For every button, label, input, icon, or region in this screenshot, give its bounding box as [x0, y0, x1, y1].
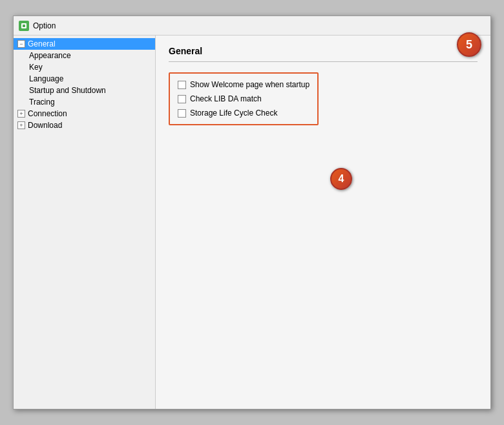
badge-4-label: 4	[339, 173, 344, 185]
sidebar-item-download[interactable]: + Download	[14, 119, 155, 131]
main-content: General Show Welcome page when startup C…	[156, 36, 490, 409]
sidebar-label-download: Download	[28, 121, 62, 130]
section-divider	[169, 61, 478, 62]
label-welcome: Show Welcome page when startup	[190, 80, 310, 89]
sidebar-item-startup-shutdown[interactable]: Startup and Shutdown	[14, 85, 155, 96]
annotation-badge-4: 4	[330, 168, 352, 190]
checkbox-checklib[interactable]	[178, 95, 186, 103]
sidebar-label-appearance: Appearance	[29, 51, 71, 60]
close-button[interactable]: 5	[457, 32, 481, 57]
window-body: − General Appearance Key Language Startu…	[14, 36, 490, 409]
expander-download[interactable]: +	[17, 121, 25, 129]
label-checklib: Check LIB DA match	[190, 94, 262, 103]
sidebar-label-connection: Connection	[28, 109, 67, 118]
badge-5-label: 5	[466, 38, 472, 52]
sidebar-item-language[interactable]: Language	[14, 73, 155, 85]
sidebar: − General Appearance Key Language Startu…	[14, 36, 156, 409]
sidebar-item-connection[interactable]: + Connection	[14, 108, 155, 119]
sidebar-label-key: Key	[29, 63, 43, 72]
svg-rect-1	[23, 25, 25, 27]
sidebar-item-appearance[interactable]: Appearance	[14, 50, 155, 61]
option-row-welcome: Show Welcome page when startup	[178, 80, 310, 89]
sidebar-item-tracing[interactable]: Tracing	[14, 96, 155, 108]
sidebar-item-key[interactable]: Key	[14, 61, 155, 73]
sidebar-label-tracing: Tracing	[29, 98, 55, 107]
checkbox-storage[interactable]	[178, 109, 186, 118]
label-storage: Storage Life Cycle Check	[190, 109, 277, 118]
section-title: General	[169, 46, 478, 56]
option-row-storage: Storage Life Cycle Check	[178, 109, 310, 118]
app-icon	[19, 21, 29, 31]
sidebar-label-startup-shutdown: Startup and Shutdown	[29, 86, 106, 95]
sidebar-label-language: Language	[29, 74, 63, 83]
expander-connection[interactable]: +	[17, 110, 25, 118]
expander-general[interactable]: −	[17, 40, 25, 48]
options-box: Show Welcome page when startup Check LIB…	[169, 72, 319, 125]
window-title: Option	[33, 21, 485, 30]
option-row-checklib: Check LIB DA match	[178, 94, 310, 103]
sidebar-item-general[interactable]: − General	[14, 38, 155, 50]
checkbox-welcome[interactable]	[178, 81, 186, 89]
sidebar-label-general: General	[28, 39, 56, 48]
title-bar: Option	[14, 16, 490, 36]
